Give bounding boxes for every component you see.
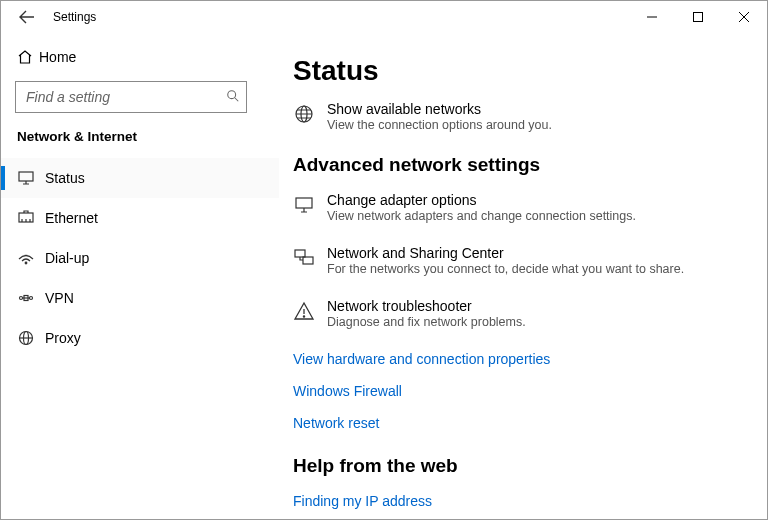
close-button[interactable] (721, 1, 767, 33)
page-title: Status (293, 55, 747, 87)
help-heading: Help from the web (293, 455, 747, 477)
svg-rect-13 (295, 250, 305, 257)
svg-rect-2 (19, 172, 33, 181)
sidebar-item-ethernet[interactable]: Ethernet (1, 198, 279, 238)
sharing-sub: For the networks you connect to, decide … (327, 262, 684, 276)
sidebar-item-label: Ethernet (45, 210, 98, 226)
sidebar-home-label: Home (39, 49, 76, 65)
svg-point-4 (25, 262, 27, 264)
svg-point-6 (30, 297, 33, 300)
dialup-icon (17, 249, 45, 267)
svg-rect-0 (694, 13, 703, 22)
ethernet-icon (17, 209, 45, 227)
search-box[interactable] (15, 81, 247, 113)
troubleshoot-sub: Diagnose and fix network problems. (327, 315, 526, 329)
troubleshooter-row[interactable]: Network troubleshooter Diagnose and fix … (293, 298, 747, 329)
adapter-title: Change adapter options (327, 192, 636, 208)
sharing-icon (293, 245, 327, 273)
adapter-options-row[interactable]: Change adapter options View network adap… (293, 192, 747, 223)
sidebar-item-status[interactable]: Status (1, 158, 279, 198)
troubleshoot-icon (293, 298, 327, 326)
sidebar-nav: Status Ethernet Dial-up VPN (1, 158, 279, 358)
sidebar: Home Network & Internet Status (1, 33, 279, 519)
svg-rect-14 (303, 257, 313, 264)
svg-point-5 (20, 297, 23, 300)
vpn-icon (17, 289, 45, 307)
globe-icon (293, 101, 327, 129)
sidebar-item-label: Proxy (45, 330, 81, 346)
minimize-button[interactable] (629, 1, 675, 33)
sidebar-item-proxy[interactable]: Proxy (1, 318, 279, 358)
svg-point-1 (228, 90, 236, 98)
proxy-icon (17, 329, 45, 347)
sidebar-item-label: VPN (45, 290, 74, 306)
search-input[interactable] (24, 88, 226, 106)
adapter-sub: View network adapters and change connect… (327, 209, 636, 223)
sidebar-item-dialup[interactable]: Dial-up (1, 238, 279, 278)
link-find-ip[interactable]: Finding my IP address (293, 493, 747, 509)
sidebar-item-label: Dial-up (45, 250, 89, 266)
link-hardware-properties[interactable]: View hardware and connection properties (293, 351, 747, 367)
adapter-icon (293, 192, 327, 220)
show-networks-row[interactable]: Show available networks View the connect… (293, 101, 747, 132)
advanced-heading: Advanced network settings (293, 154, 747, 176)
sidebar-item-label: Status (45, 170, 85, 186)
titlebar: Settings (1, 1, 767, 33)
status-icon (17, 169, 45, 187)
window-title: Settings (53, 10, 96, 24)
sharing-center-row[interactable]: Network and Sharing Center For the netwo… (293, 245, 747, 276)
search-icon (226, 89, 240, 106)
sidebar-category: Network & Internet (1, 123, 279, 158)
svg-point-15 (303, 316, 304, 317)
content: Status Show available networks View the … (279, 33, 767, 519)
link-windows-firewall[interactable]: Windows Firewall (293, 383, 747, 399)
troubleshoot-title: Network troubleshooter (327, 298, 526, 314)
sidebar-home[interactable]: Home (1, 39, 279, 75)
link-network-reset[interactable]: Network reset (293, 415, 747, 431)
svg-rect-12 (296, 198, 312, 208)
maximize-button[interactable] (675, 1, 721, 33)
show-networks-title: Show available networks (327, 101, 552, 117)
home-icon (17, 49, 39, 65)
sharing-title: Network and Sharing Center (327, 245, 684, 261)
window-controls (629, 1, 767, 33)
sidebar-item-vpn[interactable]: VPN (1, 278, 279, 318)
back-button[interactable] (9, 1, 45, 33)
show-networks-sub: View the connection options around you. (327, 118, 552, 132)
